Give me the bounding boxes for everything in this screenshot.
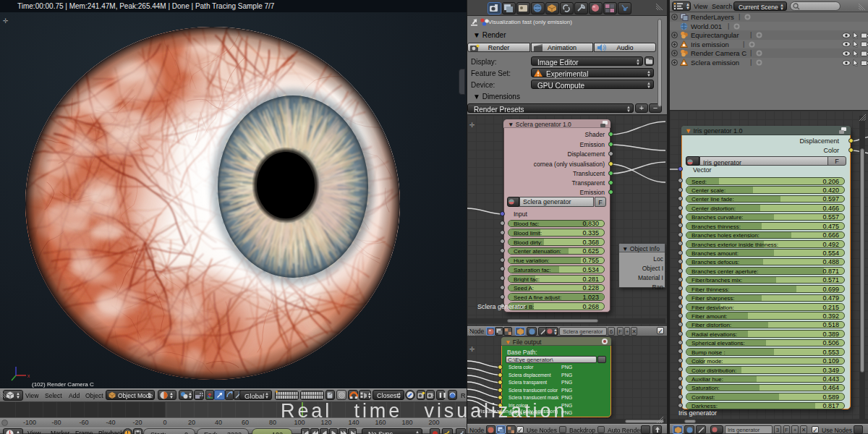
svg-text:x: x bbox=[27, 373, 30, 378]
